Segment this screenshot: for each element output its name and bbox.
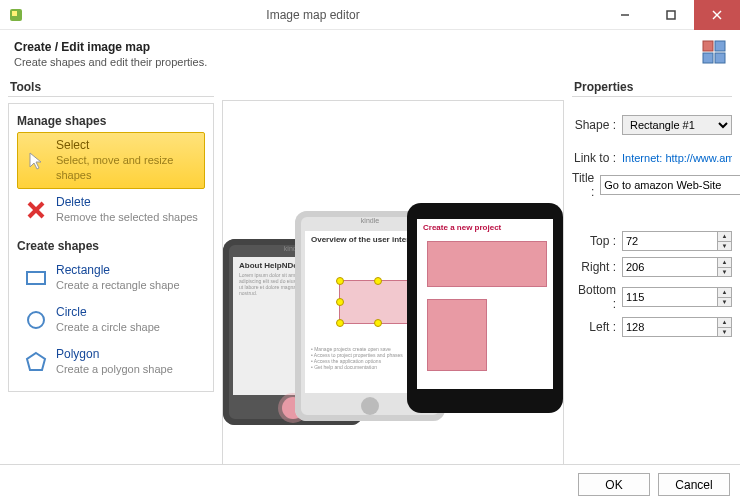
left-label: Left : xyxy=(572,320,616,334)
tool-circle[interactable]: CircleCreate a circle shape xyxy=(17,299,205,341)
tool-rectangle[interactable]: RectangleCreate a rectangle shape xyxy=(17,257,205,299)
close-button[interactable] xyxy=(694,0,740,30)
left-input[interactable] xyxy=(622,317,718,337)
svg-point-13 xyxy=(28,312,44,328)
top-input[interactable] xyxy=(622,231,718,251)
header-subtitle: Create shapes and edit their properties. xyxy=(14,56,207,68)
device-3: Create a new project xyxy=(407,203,563,413)
bottom-input[interactable] xyxy=(622,287,718,307)
left-spinner[interactable]: ▲▼ xyxy=(718,317,732,337)
title-label: Title : xyxy=(572,171,594,199)
tool-select-desc: Select, move and resize shapes xyxy=(56,154,173,181)
maximize-button[interactable] xyxy=(648,0,694,30)
svg-rect-8 xyxy=(703,53,713,63)
tool-rectangle-desc: Create a rectangle shape xyxy=(56,279,180,291)
tool-circle-desc: Create a circle shape xyxy=(56,321,160,333)
properties-title: Properties xyxy=(572,76,732,97)
svg-rect-7 xyxy=(715,41,725,51)
top-spinner[interactable]: ▲▼ xyxy=(718,231,732,251)
rectangle-icon xyxy=(24,266,48,290)
properties-panel: Properties Shape : Rectangle #1 Link to … xyxy=(572,76,732,486)
delete-x-icon xyxy=(24,198,48,222)
tool-delete-desc: Remove the selected shapes xyxy=(56,211,198,223)
bottom-spinner[interactable]: ▲▼ xyxy=(718,287,732,307)
right-label: Right : xyxy=(572,260,616,274)
tool-select[interactable]: SelectSelect, move and resize shapes xyxy=(17,132,205,189)
svg-rect-12 xyxy=(27,272,45,284)
tools-panel: Tools Manage shapes SelectSelect, move a… xyxy=(8,76,214,486)
tools-title: Tools xyxy=(8,76,214,97)
minimize-button[interactable] xyxy=(602,0,648,30)
svg-rect-6 xyxy=(703,41,713,51)
header-title: Create / Edit image map xyxy=(14,40,207,54)
linkto-label: Link to : xyxy=(572,151,616,165)
svg-rect-3 xyxy=(667,11,675,19)
tool-polygon[interactable]: PolygonCreate a polygon shape xyxy=(17,341,205,383)
cursor-icon xyxy=(24,149,48,173)
tool-circle-label: Circle xyxy=(56,305,87,319)
header: Create / Edit image map Create shapes an… xyxy=(0,30,740,76)
tool-polygon-label: Polygon xyxy=(56,347,99,361)
app-icon xyxy=(8,7,24,23)
grid-icon[interactable] xyxy=(702,40,726,67)
bottom-label: Bottom : xyxy=(572,283,616,311)
tool-rectangle-label: Rectangle xyxy=(56,263,110,277)
title-input[interactable] xyxy=(600,175,740,195)
footer: OK Cancel xyxy=(0,464,740,504)
manage-shapes-heading: Manage shapes xyxy=(17,114,205,128)
selection-rectangle[interactable] xyxy=(339,280,417,324)
tool-select-label: Select xyxy=(56,138,89,152)
window-title: Image map editor xyxy=(24,8,602,22)
svg-marker-14 xyxy=(27,353,45,370)
shape-label: Shape : xyxy=(572,118,616,132)
svg-rect-1 xyxy=(12,11,17,16)
tool-delete-label: Delete xyxy=(56,195,91,209)
right-spinner[interactable]: ▲▼ xyxy=(718,257,732,277)
tool-delete[interactable]: DeleteRemove the selected shapes xyxy=(17,189,205,231)
preview-canvas[interactable]: kindle About HelpNDocLorem ipsum dolor s… xyxy=(222,100,564,486)
create-shapes-heading: Create shapes xyxy=(17,239,205,253)
polygon-icon xyxy=(24,350,48,374)
shape-select[interactable]: Rectangle #1 xyxy=(622,115,732,135)
linkto-value[interactable]: Internet: http://www.amaz xyxy=(622,152,732,164)
titlebar: Image map editor xyxy=(0,0,740,30)
tool-polygon-desc: Create a polygon shape xyxy=(56,363,173,375)
top-label: Top : xyxy=(572,234,616,248)
ok-button[interactable]: OK xyxy=(578,473,650,496)
cancel-button[interactable]: Cancel xyxy=(658,473,730,496)
right-input[interactable] xyxy=(622,257,718,277)
circle-icon xyxy=(24,308,48,332)
preview-panel: kindle About HelpNDocLorem ipsum dolor s… xyxy=(222,76,564,486)
svg-rect-9 xyxy=(715,53,725,63)
